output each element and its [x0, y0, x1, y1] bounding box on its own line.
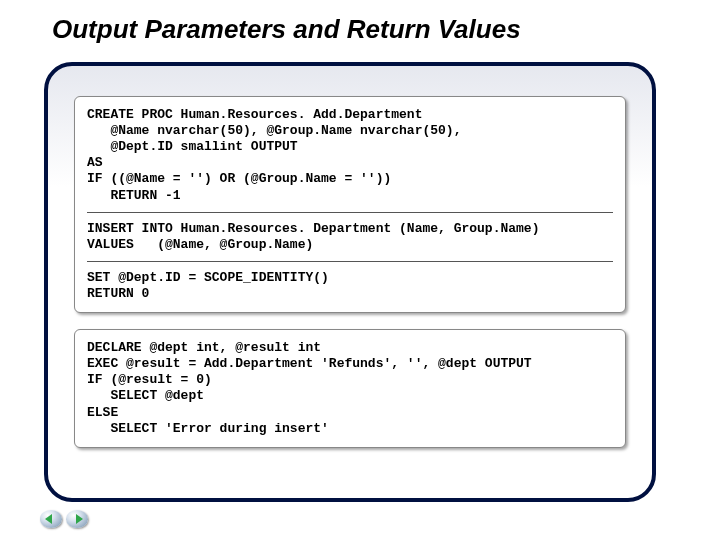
slide-title: Output Parameters and Return Values — [52, 14, 521, 45]
divider — [87, 212, 613, 213]
chevron-right-icon — [76, 514, 83, 524]
slide-nav — [40, 510, 88, 528]
code-block-return: SET @Dept.ID = SCOPE_IDENTITY() RETURN 0 — [87, 270, 613, 302]
code-block-create-proc: CREATE PROC Human.Resources. Add.Departm… — [87, 107, 613, 204]
chevron-left-icon — [45, 514, 52, 524]
code-block-declare-exec: DECLARE @dept int, @result int EXEC @res… — [87, 340, 613, 437]
prev-slide-button[interactable] — [40, 510, 62, 528]
code-block-insert: INSERT INTO Human.Resources. Department … — [87, 221, 613, 253]
content-frame: CREATE PROC Human.Resources. Add.Departm… — [44, 62, 656, 502]
code-card-exec: DECLARE @dept int, @result int EXEC @res… — [74, 329, 626, 448]
next-slide-button[interactable] — [66, 510, 88, 528]
code-card-proc-definition: CREATE PROC Human.Resources. Add.Departm… — [74, 96, 626, 313]
divider — [87, 261, 613, 262]
